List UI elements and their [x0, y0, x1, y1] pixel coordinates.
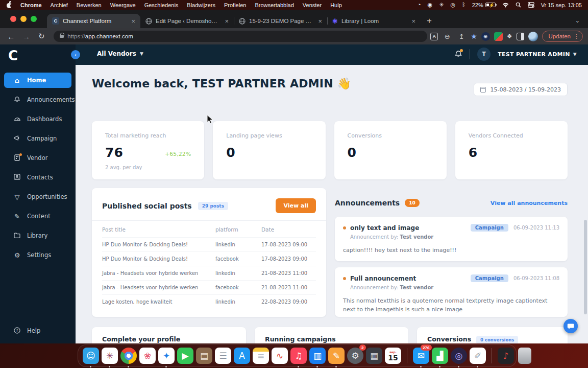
- asterisk-status-icon[interactable]: ✳: [439, 2, 444, 8]
- zoom-page-icon[interactable]: ⊖: [442, 33, 452, 40]
- sidebar-item-dashboards[interactable]: Dashboards: [4, 111, 71, 127]
- tab-close-icon[interactable]: ×: [130, 17, 136, 25]
- extensions-puzzle-icon[interactable]: ❖: [507, 33, 512, 40]
- notifications-bell-icon[interactable]: [454, 50, 462, 58]
- dock-launchpad-icon[interactable]: ▦: [365, 346, 383, 366]
- sidebar-item-vendor[interactable]: Vendor: [4, 150, 71, 166]
- bookmark-star-icon[interactable]: ★: [471, 32, 477, 40]
- chrome-menu-icon[interactable]: ⋮: [574, 33, 579, 40]
- table-row[interactable]: Jabra - Headsets voor hybride werkenface…: [102, 281, 316, 295]
- sidebar-item-home[interactable]: ⌂ Home: [4, 73, 71, 88]
- tab-search-chevron-icon[interactable]: ⌄: [575, 17, 588, 28]
- new-tab-button[interactable]: +: [421, 16, 437, 28]
- menubar-clock[interactable]: Vr 15 sep. 13:05: [541, 2, 582, 8]
- bluetooth-icon[interactable]: ᛒ: [462, 2, 465, 8]
- lock-icon[interactable]: [60, 35, 64, 39]
- table-row[interactable]: HP Duo Monitor & Docking Deals!linkedin1…: [102, 238, 316, 252]
- menubar-item-bladwijzers[interactable]: Bladwijzers: [187, 2, 215, 8]
- menubar-item-weergave[interactable]: Weergave: [110, 2, 136, 8]
- chrome-profile-avatar[interactable]: [528, 32, 538, 41]
- dock-system-settings-icon[interactable]: ⚙2: [347, 346, 364, 366]
- apple-menu-icon[interactable]: [6, 2, 12, 8]
- dock-music-icon[interactable]: ♫: [290, 346, 307, 366]
- user-avatar[interactable]: T: [477, 48, 491, 61]
- dock-safari-icon[interactable]: ✦: [158, 346, 175, 366]
- announcement-card[interactable]: Full announcement Campaign 06-09-2023 11…: [335, 267, 568, 317]
- chat-widget-button[interactable]: [564, 319, 578, 333]
- dock-notes-icon[interactable]: ≡: [252, 346, 270, 366]
- menubar-item-profielen[interactable]: Profielen: [224, 2, 246, 8]
- control-center-icon[interactable]: [528, 2, 534, 8]
- sidebar-item-opportunities[interactable]: ▽ Opportunities: [4, 189, 71, 204]
- sidebar-item-contacts[interactable]: Contacts: [4, 170, 71, 185]
- user-menu[interactable]: TEST PARTNER ADMIN ▼: [498, 51, 577, 58]
- battery-indicator[interactable]: 22% ⚡: [472, 2, 496, 8]
- sidebar-collapse-button[interactable]: ‹: [71, 50, 80, 59]
- menubar-item-bewerken[interactable]: Bewerken: [77, 2, 102, 8]
- sidebar-item-settings[interactable]: ⚙ Settings: [4, 247, 71, 263]
- password-extension-icon[interactable]: ◉: [481, 32, 490, 41]
- record-status-icon[interactable]: ◉: [428, 2, 433, 8]
- date-range-picker[interactable]: 15-08-2023 / 15-09-2023: [474, 83, 568, 96]
- view-all-posts-button[interactable]: View all: [276, 198, 316, 213]
- dock-mail-icon[interactable]: ✉276: [412, 346, 430, 366]
- table-row[interactable]: Lage kosten, hoge kwaliteitlinkedin22-08…: [102, 295, 316, 309]
- tab-channext-platform[interactable]: C Channext Platform ×: [47, 14, 140, 28]
- menubar-app-name[interactable]: Chrome: [20, 2, 42, 8]
- tab-edit-page-wordpress[interactable]: Edit Page ‹ Demoshop — Word ×: [140, 14, 234, 28]
- announcement-card[interactable]: only text and image Campaign 06-09-2023 …: [335, 217, 568, 261]
- dock-wave-app-icon[interactable]: ∿: [271, 346, 288, 366]
- dock-textedit-icon[interactable]: ✐: [469, 346, 486, 366]
- menubar-item-hulp[interactable]: Hulp: [330, 2, 342, 8]
- window-minimize-button[interactable]: [20, 16, 27, 22]
- window-close-button[interactable]: [10, 16, 16, 22]
- dock-keynote-icon[interactable]: ▥: [309, 346, 326, 366]
- window-zoom-button[interactable]: [31, 16, 37, 22]
- dock-reminders-icon[interactable]: ☰: [214, 346, 232, 366]
- tab-close-icon[interactable]: ×: [317, 17, 323, 25]
- reload-button[interactable]: ↻: [35, 32, 47, 41]
- scrollbar-thumb[interactable]: [584, 220, 587, 314]
- status-circle-icon[interactable]: ◔: [418, 2, 421, 8]
- dock-app-store-icon[interactable]: A: [233, 346, 251, 366]
- sidebar-item-content[interactable]: ✎ Content: [4, 209, 71, 224]
- menubar-item-geschiedenis[interactable]: Geschiedenis: [144, 2, 179, 8]
- sidebar-item-help[interactable]: ? Help: [4, 323, 71, 338]
- menubar-item-browsertabblad[interactable]: Browsertabblad: [255, 2, 293, 8]
- dock-calendar-icon[interactable]: sep.15: [384, 346, 402, 366]
- dock-loom-icon[interactable]: ◎: [450, 346, 468, 366]
- menubar-item-venster[interactable]: Venster: [303, 2, 322, 8]
- tab-library-loom[interactable]: ✱ Library | Loom ×: [327, 14, 421, 28]
- menubar-item-archief[interactable]: Archief: [51, 2, 68, 8]
- dock-facetime-icon[interactable]: ▶: [177, 346, 194, 366]
- url-bar[interactable]: https://app.channext.com: [54, 31, 427, 42]
- dock-photos-icon[interactable]: ❀: [139, 346, 156, 366]
- spotlight-icon[interactable]: [516, 2, 521, 8]
- sidebar-item-library[interactable]: Library: [4, 228, 71, 243]
- sidebar-item-announcements[interactable]: Announcements: [4, 92, 71, 107]
- table-row[interactable]: HP Duo Monitor & Docking Deals!facebook1…: [102, 252, 316, 266]
- lock-status-icon[interactable]: ◎: [450, 2, 455, 8]
- sidebar-item-campaign[interactable]: Campaign: [4, 131, 71, 146]
- dock-minimized-window-icon[interactable]: ♪: [497, 346, 514, 366]
- dock-chrome-icon[interactable]: [120, 346, 137, 366]
- share-icon[interactable]: ↥: [456, 33, 467, 40]
- dock-trash-icon[interactable]: [516, 346, 533, 366]
- forward-button[interactable]: →: [20, 32, 33, 41]
- view-all-announcements-link[interactable]: View all announcements: [491, 200, 568, 206]
- tab-close-icon[interactable]: ×: [410, 17, 416, 25]
- side-panel-icon[interactable]: [517, 33, 524, 40]
- dock-finder-icon[interactable]: ☺: [82, 346, 100, 366]
- wifi-icon[interactable]: [502, 2, 509, 8]
- vendor-selector[interactable]: All Vendors ▼: [97, 50, 143, 57]
- extension-icon[interactable]: [494, 32, 503, 41]
- back-button[interactable]: ←: [5, 32, 17, 41]
- tab-demo-page-widget[interactable]: 15-9-23 DEMO Page – Widget ×: [234, 14, 327, 28]
- tab-close-icon[interactable]: ×: [224, 17, 230, 25]
- dock-contacts-book-icon[interactable]: ▤: [195, 346, 213, 366]
- dock-slack-icon[interactable]: ✳: [101, 346, 118, 366]
- chrome-update-button[interactable]: Updaten ⋮: [542, 31, 583, 42]
- table-row[interactable]: Jabra - Headsets voor hybride werkenlink…: [102, 266, 316, 281]
- dock-numbers-icon[interactable]: ▟: [431, 346, 449, 366]
- channext-logo[interactable]: C: [8, 48, 18, 63]
